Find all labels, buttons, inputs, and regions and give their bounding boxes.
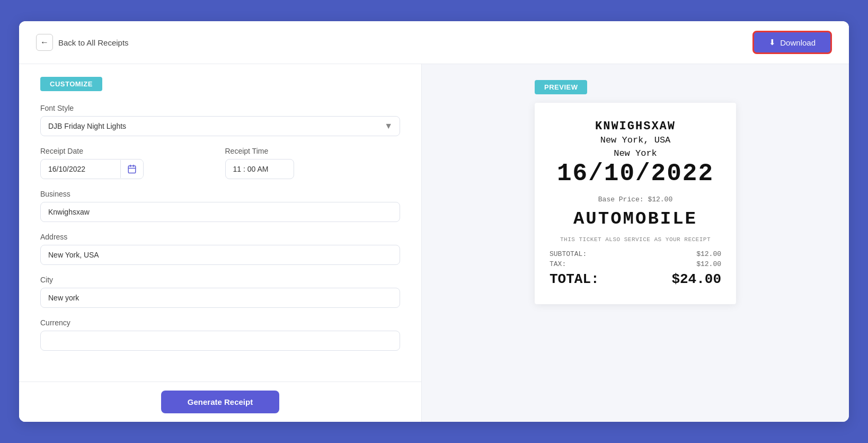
receipt-base-price: Base Price: $12.00 (550, 196, 721, 203)
currency-group: Currency (40, 318, 400, 351)
currency-label: Currency (40, 318, 400, 327)
receipt-date-input[interactable] (41, 160, 120, 179)
main-content: CUSTOMIZE Font Style DJB Friday Night Li… (19, 64, 849, 422)
calendar-button[interactable] (120, 160, 143, 178)
receipt-note: THIS TICKET ALSO SERVICE AS YOUR RECEIPT (550, 236, 721, 243)
business-input[interactable] (40, 202, 400, 222)
subtotal-label: SUBTOTAL: (550, 250, 587, 258)
download-label: Download (780, 38, 816, 47)
total-label: TOTAL: (550, 271, 599, 287)
date-time-row: Receipt Date Receipt Time (40, 147, 400, 190)
generate-receipt-button[interactable]: Generate Receipt (161, 391, 279, 413)
address-group: Address (40, 233, 400, 265)
back-arrow-icon: ← (36, 34, 53, 51)
receipt-total-row: TOTAL: $24.00 (550, 271, 721, 287)
currency-input[interactable] (40, 331, 400, 351)
receipt-time-label: Receipt Time (225, 147, 401, 155)
font-style-group: Font Style DJB Friday Night Lights ▼ (40, 104, 400, 136)
download-button[interactable]: ⬇ Download (752, 31, 832, 54)
receipt-time-group: Receipt Time (225, 147, 401, 179)
tax-value: $12.00 (696, 260, 721, 268)
arrow-icon: ← (40, 38, 49, 47)
back-nav[interactable]: ← Back to All Receipts (36, 34, 129, 51)
left-panel: CUSTOMIZE Font Style DJB Friday Night Li… (19, 64, 422, 422)
city-label: City (40, 276, 400, 284)
receipt-address: New York, USA (550, 135, 721, 145)
receipt-time-input[interactable] (225, 159, 294, 179)
right-panel: PREVIEW KNWIGHSXAW New York, USA New Yor… (422, 64, 849, 422)
font-style-select[interactable]: DJB Friday Night Lights (40, 116, 400, 136)
receipt-date-group: Receipt Date (40, 147, 216, 179)
city-group: City (40, 276, 400, 308)
business-label: Business (40, 190, 400, 198)
generate-bar: Generate Receipt (19, 382, 421, 422)
business-group: Business (40, 190, 400, 222)
calendar-icon (127, 164, 137, 174)
top-bar: ← Back to All Receipts ⬇ Download (19, 21, 849, 64)
tax-label: TAX: (550, 260, 566, 268)
font-style-label: Font Style (40, 104, 400, 112)
receipt-preview: KNWIGHSXAW New York, USA New York 16/10/… (535, 103, 736, 304)
receipt-category: AUTOMOBILE (550, 209, 721, 229)
receipt-subtotal-row: SUBTOTAL: $12.00 (550, 250, 721, 258)
city-input[interactable] (40, 288, 400, 308)
receipt-city: New York (550, 148, 721, 158)
back-nav-label: Back to All Receipts (58, 38, 129, 47)
download-icon: ⬇ (769, 38, 776, 47)
receipt-date-label: Receipt Date (40, 147, 216, 155)
app-container: ← Back to All Receipts ⬇ Download CUSTOM… (19, 21, 849, 422)
receipt-date-wrapper (40, 159, 144, 179)
svg-rect-0 (128, 166, 136, 173)
receipt-tax-row: TAX: $12.00 (550, 260, 721, 268)
receipt-date: 16/10/2022 (550, 162, 721, 186)
customize-tab[interactable]: CUSTOMIZE (40, 77, 102, 91)
total-value: $24.00 (671, 271, 721, 287)
address-input[interactable] (40, 245, 400, 265)
font-style-select-wrapper: DJB Friday Night Lights ▼ (40, 116, 400, 136)
preview-tab[interactable]: PREVIEW (535, 80, 587, 94)
receipt-business: KNWIGHSXAW (550, 120, 721, 133)
subtotal-value: $12.00 (696, 250, 721, 258)
address-label: Address (40, 233, 400, 241)
